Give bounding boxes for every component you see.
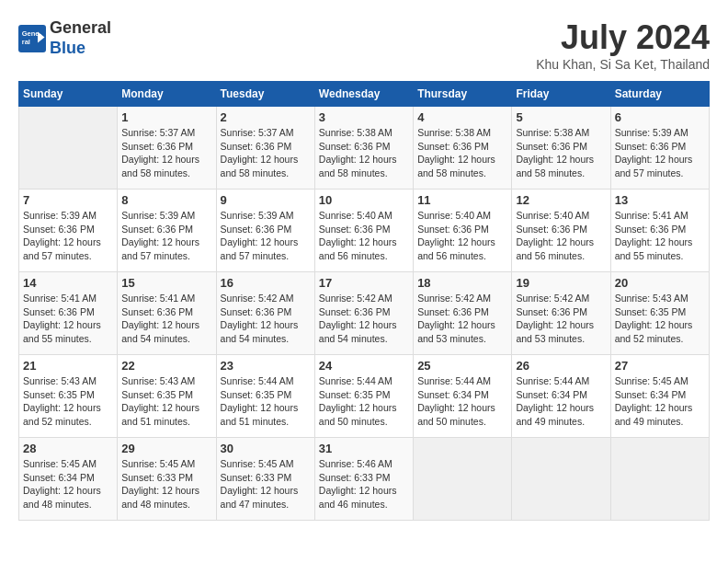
day-info: Sunrise: 5:45 AMSunset: 6:33 PMDaylight:… — [221, 457, 311, 511]
day-number: 7 — [23, 193, 113, 207]
day-number: 6 — [615, 110, 705, 124]
day-number: 21 — [23, 359, 113, 373]
day-info: Sunrise: 5:45 AMSunset: 6:34 PMDaylight:… — [23, 457, 113, 511]
calendar-body: 1Sunrise: 5:37 AMSunset: 6:36 PMDaylight… — [19, 107, 710, 521]
table-row — [414, 438, 512, 521]
day-number: 22 — [121, 359, 211, 373]
table-row: 18Sunrise: 5:42 AMSunset: 6:36 PMDayligh… — [414, 272, 512, 355]
day-number: 2 — [221, 110, 311, 124]
table-row — [512, 438, 610, 521]
table-row: 24Sunrise: 5:44 AMSunset: 6:35 PMDayligh… — [314, 355, 413, 438]
calendar-week-row: 7Sunrise: 5:39 AMSunset: 6:36 PMDaylight… — [19, 190, 710, 272]
table-row: 23Sunrise: 5:44 AMSunset: 6:35 PMDayligh… — [216, 355, 314, 438]
table-row: 2Sunrise: 5:37 AMSunset: 6:36 PMDaylight… — [216, 107, 314, 190]
col-monday: Monday — [118, 82, 216, 107]
table-row: 25Sunrise: 5:44 AMSunset: 6:34 PMDayligh… — [414, 355, 512, 438]
title-block: July 2024 Khu Khan, Si Sa Ket, Thailand — [536, 18, 710, 72]
day-number: 1 — [121, 110, 211, 124]
table-row: 30Sunrise: 5:45 AMSunset: 6:33 PMDayligh… — [216, 438, 314, 521]
day-number: 15 — [121, 276, 211, 290]
day-number: 25 — [417, 359, 507, 373]
location: Khu Khan, Si Sa Ket, Thailand — [536, 57, 710, 72]
calendar-week-row: 28Sunrise: 5:45 AMSunset: 6:34 PMDayligh… — [19, 438, 710, 521]
day-info: Sunrise: 5:46 AMSunset: 6:33 PMDaylight:… — [319, 457, 409, 511]
day-info: Sunrise: 5:42 AMSunset: 6:36 PMDaylight:… — [221, 292, 311, 346]
day-info: Sunrise: 5:39 AMSunset: 6:36 PMDaylight:… — [121, 209, 211, 263]
day-info: Sunrise: 5:40 AMSunset: 6:36 PMDaylight:… — [516, 209, 606, 263]
table-row: 1Sunrise: 5:37 AMSunset: 6:36 PMDaylight… — [118, 107, 216, 190]
day-number: 17 — [319, 276, 409, 290]
day-number: 14 — [23, 276, 113, 290]
day-number: 24 — [319, 359, 409, 373]
day-number: 12 — [516, 193, 606, 207]
day-info: Sunrise: 5:44 AMSunset: 6:35 PMDaylight:… — [319, 374, 409, 429]
table-row: 5Sunrise: 5:38 AMSunset: 6:36 PMDaylight… — [512, 107, 610, 190]
day-info: Sunrise: 5:37 AMSunset: 6:36 PMDaylight:… — [221, 126, 311, 180]
day-number: 29 — [121, 442, 211, 455]
table-row: 22Sunrise: 5:43 AMSunset: 6:35 PMDayligh… — [118, 355, 216, 438]
table-row: 20Sunrise: 5:43 AMSunset: 6:35 PMDayligh… — [610, 272, 709, 355]
day-number: 18 — [417, 276, 507, 290]
day-info: Sunrise: 5:39 AMSunset: 6:36 PMDaylight:… — [23, 209, 113, 263]
day-info: Sunrise: 5:37 AMSunset: 6:36 PMDaylight:… — [121, 126, 211, 180]
table-row: 21Sunrise: 5:43 AMSunset: 6:35 PMDayligh… — [19, 355, 118, 438]
calendar-week-row: 14Sunrise: 5:41 AMSunset: 6:36 PMDayligh… — [19, 272, 710, 355]
day-info: Sunrise: 5:45 AMSunset: 6:33 PMDaylight:… — [121, 457, 211, 511]
table-row — [19, 107, 118, 190]
day-number: 27 — [615, 359, 705, 373]
day-info: Sunrise: 5:44 AMSunset: 6:34 PMDaylight:… — [417, 374, 507, 429]
day-info: Sunrise: 5:40 AMSunset: 6:36 PMDaylight:… — [417, 209, 507, 263]
day-number: 11 — [417, 193, 507, 207]
col-friday: Friday — [512, 82, 610, 107]
day-info: Sunrise: 5:41 AMSunset: 6:36 PMDaylight:… — [615, 209, 705, 263]
day-number: 8 — [121, 193, 211, 207]
table-row: 13Sunrise: 5:41 AMSunset: 6:36 PMDayligh… — [610, 190, 709, 272]
day-info: Sunrise: 5:41 AMSunset: 6:36 PMDaylight:… — [23, 292, 113, 346]
day-number: 16 — [221, 276, 311, 290]
day-info: Sunrise: 5:40 AMSunset: 6:36 PMDaylight:… — [319, 209, 409, 263]
table-row: 17Sunrise: 5:42 AMSunset: 6:36 PMDayligh… — [314, 272, 413, 355]
table-row: 3Sunrise: 5:38 AMSunset: 6:36 PMDaylight… — [314, 107, 413, 190]
table-row: 4Sunrise: 5:38 AMSunset: 6:36 PMDaylight… — [414, 107, 512, 190]
table-row: 15Sunrise: 5:41 AMSunset: 6:36 PMDayligh… — [118, 272, 216, 355]
table-row: 12Sunrise: 5:40 AMSunset: 6:36 PMDayligh… — [512, 190, 610, 272]
table-row: 8Sunrise: 5:39 AMSunset: 6:36 PMDaylight… — [118, 190, 216, 272]
col-thursday: Thursday — [414, 82, 512, 107]
table-row: 11Sunrise: 5:40 AMSunset: 6:36 PMDayligh… — [414, 190, 512, 272]
day-number: 20 — [615, 276, 705, 290]
day-info: Sunrise: 5:39 AMSunset: 6:36 PMDaylight:… — [221, 209, 311, 263]
day-info: Sunrise: 5:45 AMSunset: 6:34 PMDaylight:… — [615, 374, 705, 429]
day-info: Sunrise: 5:38 AMSunset: 6:36 PMDaylight:… — [417, 126, 507, 180]
day-info: Sunrise: 5:44 AMSunset: 6:34 PMDaylight:… — [516, 374, 606, 429]
day-number: 31 — [319, 442, 409, 455]
calendar-header-row: Sunday Monday Tuesday Wednesday Thursday… — [19, 82, 710, 107]
day-info: Sunrise: 5:38 AMSunset: 6:36 PMDaylight:… — [516, 126, 606, 180]
day-info: Sunrise: 5:39 AMSunset: 6:36 PMDaylight:… — [615, 126, 705, 180]
col-tuesday: Tuesday — [216, 82, 314, 107]
table-row: 6Sunrise: 5:39 AMSunset: 6:36 PMDaylight… — [610, 107, 709, 190]
day-number: 28 — [23, 442, 113, 455]
day-info: Sunrise: 5:42 AMSunset: 6:36 PMDaylight:… — [516, 292, 606, 346]
col-sunday: Sunday — [19, 82, 118, 107]
day-info: Sunrise: 5:43 AMSunset: 6:35 PMDaylight:… — [23, 374, 113, 429]
table-row: 29Sunrise: 5:45 AMSunset: 6:33 PMDayligh… — [118, 438, 216, 521]
month-title: July 2024 — [536, 18, 710, 57]
logo-icon: Gene- ral — [18, 25, 46, 52]
day-info: Sunrise: 5:43 AMSunset: 6:35 PMDaylight:… — [615, 292, 705, 346]
page-header: Gene- ral General Blue July 2024 Khu Kha… — [18, 18, 710, 72]
day-number: 10 — [319, 193, 409, 207]
table-row: 26Sunrise: 5:44 AMSunset: 6:34 PMDayligh… — [512, 355, 610, 438]
day-number: 23 — [221, 359, 311, 373]
day-info: Sunrise: 5:42 AMSunset: 6:36 PMDaylight:… — [319, 292, 409, 346]
day-number: 5 — [516, 110, 606, 124]
table-row: 16Sunrise: 5:42 AMSunset: 6:36 PMDayligh… — [216, 272, 314, 355]
day-info: Sunrise: 5:42 AMSunset: 6:36 PMDaylight:… — [417, 292, 507, 346]
table-row: 27Sunrise: 5:45 AMSunset: 6:34 PMDayligh… — [610, 355, 709, 438]
col-saturday: Saturday — [610, 82, 709, 107]
table-row: 31Sunrise: 5:46 AMSunset: 6:33 PMDayligh… — [314, 438, 413, 521]
svg-text:ral: ral — [22, 38, 30, 46]
table-row: 10Sunrise: 5:40 AMSunset: 6:36 PMDayligh… — [314, 190, 413, 272]
col-wednesday: Wednesday — [314, 82, 413, 107]
day-info: Sunrise: 5:38 AMSunset: 6:36 PMDaylight:… — [319, 126, 409, 180]
calendar-week-row: 1Sunrise: 5:37 AMSunset: 6:36 PMDaylight… — [19, 107, 710, 190]
